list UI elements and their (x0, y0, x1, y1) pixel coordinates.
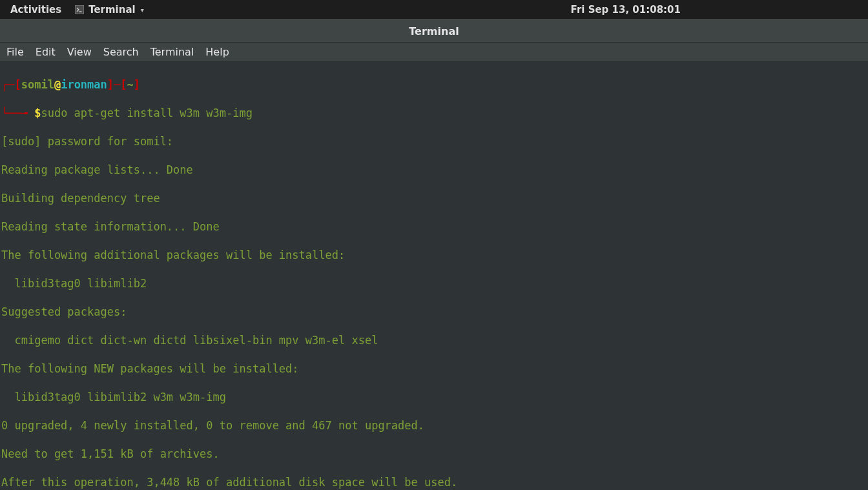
prompt-bracket-mid: ]─[ (107, 78, 127, 91)
prompt-arrow: └──╼ (1, 107, 34, 119)
prompt-line-2: └──╼ $sudo apt-get install w3m w3m-img (1, 106, 867, 120)
output-line: Building dependency tree (1, 191, 867, 205)
output-line: The following NEW packages will be insta… (1, 362, 867, 376)
menu-help[interactable]: Help (205, 46, 229, 58)
window-title-bar: Terminal (0, 19, 868, 43)
activities-button[interactable]: Activities (6, 4, 65, 15)
prompt-user: somil (21, 78, 54, 91)
prompt-host: ironman (61, 78, 107, 91)
prompt-at: @ (54, 78, 61, 91)
terminal-viewport[interactable]: ┌─[somil@ironman]─[~] └──╼ $sudo apt-get… (0, 62, 868, 490)
output-line: Suggested packages: (1, 305, 867, 319)
output-line: After this operation, 3,448 kB of additi… (1, 475, 867, 489)
output-line: cmigemo dict dict-wn dictd libsixel-bin … (1, 333, 867, 347)
prompt-cwd: ~ (127, 78, 134, 91)
prompt-line-1: ┌─[somil@ironman]─[~] (1, 77, 867, 92)
menu-edit[interactable]: Edit (36, 46, 56, 58)
output-line: 0 upgraded, 4 newly installed, 0 to remo… (1, 418, 867, 433)
output-line: libid3tag0 libimlib2 w3m w3m-img (1, 390, 867, 404)
output-line: Reading state information... Done (1, 219, 867, 234)
output-line: libid3tag0 libimlib2 (1, 276, 867, 291)
menu-bar: File Edit View Search Terminal Help (0, 43, 868, 62)
gnome-top-bar: Activities Terminal ▾ Fri Sep 13, 01:08:… (0, 0, 868, 19)
prompt-dollar: $ (34, 107, 41, 119)
output-line: [sudo] password for somil: (1, 134, 867, 148)
output-line: Need to get 1,151 kB of archives. (1, 447, 867, 461)
prompt-command: sudo apt-get install w3m w3m-img (41, 107, 253, 119)
window-title: Terminal (409, 25, 459, 37)
chevron-down-icon: ▾ (141, 6, 144, 14)
menu-terminal[interactable]: Terminal (150, 46, 194, 58)
terminal-icon (74, 5, 85, 15)
app-menu[interactable]: Terminal ▾ (69, 4, 149, 15)
menu-file[interactable]: File (6, 46, 24, 58)
app-menu-label: Terminal (88, 4, 136, 15)
svg-rect-0 (75, 5, 84, 14)
prompt-bracket-close: ] (134, 78, 140, 91)
menu-search[interactable]: Search (103, 46, 139, 58)
output-line: Reading package lists... Done (1, 163, 867, 177)
prompt-bracket-open: ┌─[ (1, 78, 21, 91)
clock[interactable]: Fri Sep 13, 01:08:01 (571, 4, 681, 15)
output-line: The following additional packages will b… (1, 248, 867, 262)
menu-view[interactable]: View (67, 46, 92, 58)
